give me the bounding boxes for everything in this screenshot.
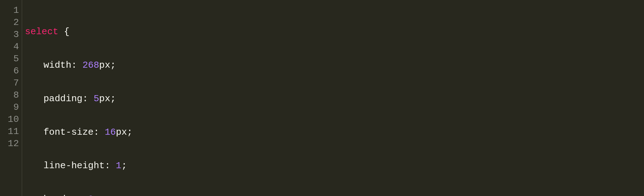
code-line[interactable]: border: 0; [25,193,644,196]
token-property: font-size [44,127,93,138]
line-number-gutter: 1 2 3 4 5 6 7 8 9 10 11 12 [0,0,22,196]
token-property: width [44,60,71,71]
code-area[interactable]: select { width: 268px; padding: 5px; fon… [22,0,644,196]
token-colon: : [71,60,82,71]
token-property: border [44,194,77,196]
token-property: padding [44,93,82,104]
token-number: 268 [82,60,99,71]
line-number: 3 [0,29,19,41]
line-number: 1 [0,4,19,16]
token-property: line-height [44,160,105,171]
token-colon: : [93,127,104,138]
token-brace: { [58,26,70,37]
code-line[interactable]: line-height: 1; [25,160,644,172]
code-editor[interactable]: 1 2 3 4 5 6 7 8 9 10 11 12 select { widt… [0,0,644,196]
line-number: 2 [0,16,19,29]
token-number: 16 [105,127,116,138]
line-number: 10 [0,113,19,125]
line-number: 4 [0,41,19,53]
code-line[interactable]: width: 268px; [25,59,644,71]
token-semicolon: ; [93,194,99,196]
line-number: 8 [0,89,19,101]
token-colon: : [82,93,93,104]
token-semicolon: ; [121,160,127,171]
line-number: 11 [0,125,19,138]
token-unit: px; [116,127,133,138]
token-selector: select [25,26,58,37]
line-number: 6 [0,65,19,77]
token-unit: px; [99,60,116,71]
token-unit: px; [99,93,116,104]
code-line[interactable]: font-size: 16px; [25,126,644,138]
line-number: 7 [0,77,19,89]
line-number: 9 [0,101,19,113]
code-line[interactable]: padding: 5px; [25,93,644,105]
token-number: 5 [93,93,99,104]
code-line[interactable]: select { [25,26,644,38]
token-number: 0 [88,194,94,196]
line-number: 12 [0,138,19,150]
line-number: 5 [0,53,19,65]
token-colon: : [77,194,88,196]
token-number: 1 [116,160,122,171]
token-colon: : [105,160,116,171]
